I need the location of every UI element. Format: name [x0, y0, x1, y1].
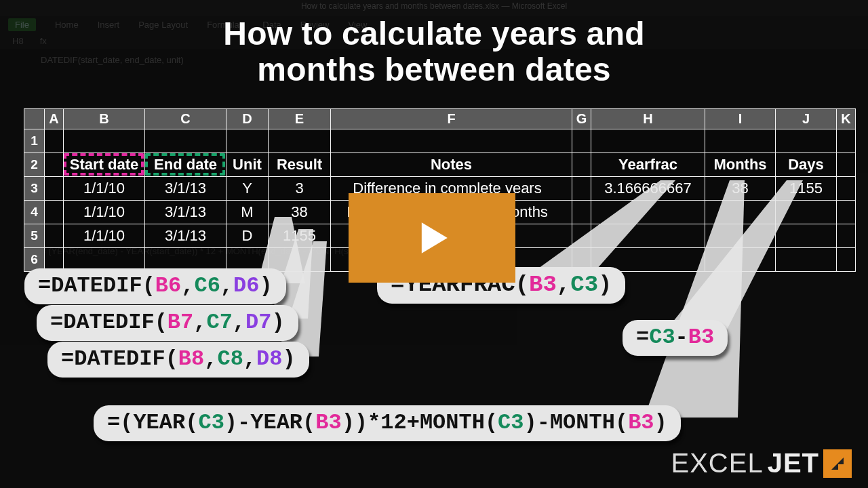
table-header-row: 2 Start date End date Unit Result Notes … [24, 153, 856, 177]
col-I: I [705, 109, 776, 129]
cell-C3: 3/1/13 [145, 177, 226, 201]
cell-C5: 3/1/13 [145, 224, 226, 248]
hdr-notes: Notes [331, 153, 572, 177]
play-icon [406, 212, 458, 264]
cell-D4: M [226, 201, 269, 224]
col-F: F [331, 109, 572, 129]
brand-text-1: EXCEL [671, 448, 763, 479]
hdr-end-date: End date [145, 153, 226, 177]
title-line-1: How to calculate years and [0, 16, 868, 52]
hdr-result: Result [269, 153, 331, 177]
cell-B3: 1/1/10 [64, 177, 145, 201]
cell-E4: 38 [269, 201, 331, 224]
svg-marker-7 [831, 458, 844, 470]
col-J: J [776, 109, 837, 129]
hdr-months: Months [705, 153, 776, 177]
formula-subtract: =C3-B3 [623, 320, 728, 356]
window-title: How to calculate years and months betwee… [0, 1, 868, 11]
cell-B4: 1/1/10 [64, 201, 145, 224]
cell-H3: 3.166666667 [591, 177, 705, 201]
brand-logo: EXCELJET [671, 448, 852, 479]
svg-marker-6 [422, 222, 448, 253]
cell-B5: 1/1/10 [64, 224, 145, 248]
hdr-days: Days [776, 153, 837, 177]
hdr-unit: Unit [226, 153, 269, 177]
brand-arrow-icon [823, 449, 852, 478]
cell-E5: 1155 [269, 224, 331, 248]
col-G: G [572, 109, 591, 129]
table-row: 1 [24, 129, 856, 153]
column-header-row: A B C D E F G H I J K [24, 109, 856, 129]
cell-I3: 38 [705, 177, 776, 201]
formula-datedif-1: =DATEDIF(B6,C6,D6) [24, 268, 286, 304]
title-line-2: months between dates [0, 52, 868, 88]
col-C: C [145, 109, 226, 129]
col-B: B [64, 109, 145, 129]
hdr-start-date: Start date [64, 153, 145, 177]
col-K: K [837, 109, 856, 129]
hdr-yearfrac: Yearfrac [591, 153, 705, 177]
brand-text-2: JET [768, 448, 819, 479]
cell-D3: Y [226, 177, 269, 201]
page-title: How to calculate years and months betwee… [0, 16, 868, 88]
col-D: D [226, 109, 269, 129]
formula-year-month-calc: =(YEAR(C3)-YEAR(B3))*12+MONTH(C3)-MONTH(… [94, 405, 681, 441]
col-H: H [591, 109, 705, 129]
play-button[interactable] [349, 193, 515, 283]
cell-J3: 1155 [776, 177, 837, 201]
col-E: E [269, 109, 331, 129]
cell-D5: D [226, 224, 269, 248]
cell-E3: 3 [269, 177, 331, 201]
col-A: A [45, 109, 64, 129]
cell-C4: 3/1/13 [145, 201, 226, 224]
formula-datedif-2: =DATEDIF(B7,C7,D7) [37, 305, 298, 341]
formula-datedif-3: =DATEDIF(B8,C8,D8) [47, 342, 309, 378]
